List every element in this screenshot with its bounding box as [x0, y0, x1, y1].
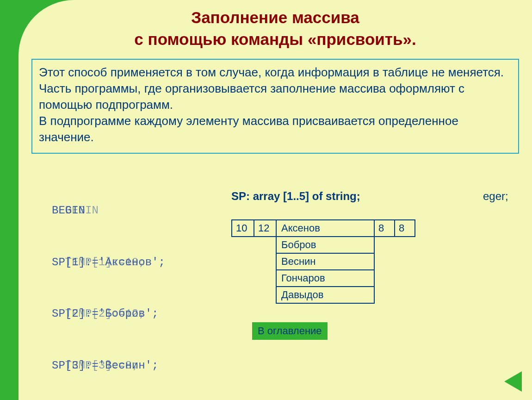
slide-content: Заполнение массива с помощью команды «пр… [19, 0, 532, 400]
lower-region: BEGINBEGIN TEMP[1]:=10;SP[1]:='Аксенов';… [19, 168, 532, 353]
name-cell: Веснин [276, 253, 375, 270]
name-cell: Аксенов [276, 219, 375, 237]
code-block: BEGINBEGIN TEMP[1]:=10;SP[1]:='Аксенов';… [52, 168, 172, 400]
code-back-1: TEMP[1]:=10; [52, 254, 145, 271]
info-p1: Этот способ применяется в том случае, ко… [39, 64, 512, 81]
name-cell: Бобров [276, 236, 375, 254]
num-cell: 10 [231, 219, 254, 237]
num-cell: 8 [374, 219, 395, 237]
code-back-0: BEGIN [52, 202, 99, 219]
array-declaration-tail: eger; [483, 190, 508, 203]
info-p2: Часть программы, где организовывается за… [39, 81, 512, 113]
name-cell: Гончаров [276, 269, 375, 287]
code-back-2: TEMP[2]:=12; [52, 305, 145, 322]
title-line-2: с помощью команды «присвоить». [134, 30, 416, 48]
num-cell: 8 [394, 219, 415, 237]
prev-arrow-icon[interactable] [504, 371, 522, 392]
info-p3: В подпрограмме каждому элементу массива … [39, 113, 512, 145]
num-cell: 12 [254, 219, 277, 237]
name-cell: Давыдов [276, 286, 375, 304]
array-declaration: SP: array [1..5] of string; [231, 190, 360, 203]
page-title: Заполнение массива с помощью команды «пр… [32, 6, 518, 50]
code-back-3: TEMP[3]:=8; [52, 357, 138, 374]
info-box: Этот способ применяется в том случае, ко… [31, 59, 519, 154]
array-diagram: 10 12 Аксенов Бобров Веснин Гончаров Дав… [231, 219, 415, 304]
title-line-1: Заполнение массива [191, 8, 359, 26]
toc-button[interactable]: В оглавление [252, 322, 328, 340]
